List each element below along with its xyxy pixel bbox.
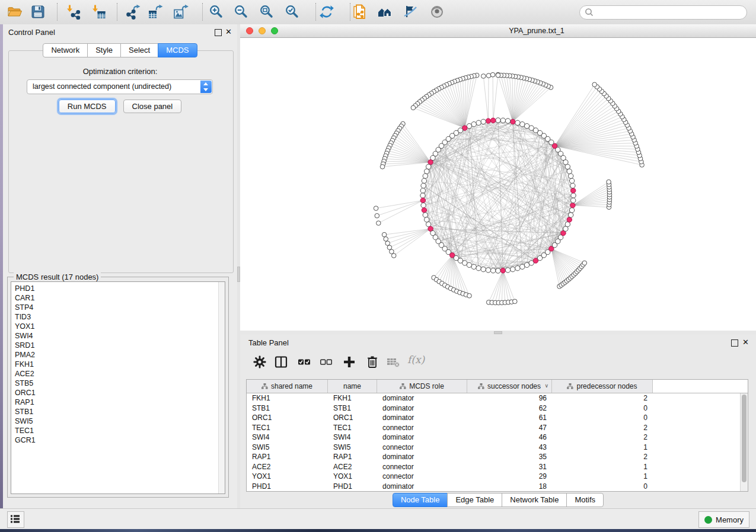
table-row[interactable]: SWI5SWI5connector431 [247, 443, 741, 453]
mcds-node[interactable] [571, 188, 576, 193]
mcds-result-item[interactable]: PHD1 [11, 284, 225, 293]
zoom-out-icon[interactable] [234, 4, 249, 20]
mcds-result-item[interactable]: SWI5 [11, 416, 225, 426]
sort-indicator-icon[interactable]: ∨ [544, 383, 548, 389]
save-session-icon[interactable] [30, 4, 46, 20]
search-input[interactable] [595, 8, 747, 17]
mcds-node[interactable] [511, 119, 515, 124]
mcds-result-item[interactable]: CAR1 [11, 293, 225, 303]
add-column-icon[interactable] [342, 355, 356, 369]
column-header-MCDS-role[interactable]: MCDS role [377, 380, 467, 393]
network-node[interactable] [471, 264, 476, 269]
toggle-graphics-details-icon[interactable] [403, 4, 418, 20]
zoom-fit-icon[interactable] [259, 4, 275, 20]
network-node[interactable] [425, 169, 429, 174]
network-node[interactable] [570, 183, 575, 188]
network-node[interactable] [569, 178, 574, 183]
mcds-result-item[interactable]: STP4 [11, 303, 225, 312]
network-node[interactable] [486, 268, 490, 273]
leaf-node[interactable] [380, 165, 385, 169]
mcds-result-item[interactable]: ORC1 [11, 388, 225, 398]
task-history-button[interactable] [7, 511, 24, 528]
table-row[interactable]: RAP1RAP1dominator352 [247, 452, 741, 462]
mcds-list-scrollbar[interactable] [218, 282, 225, 493]
zoom-in-icon[interactable] [209, 4, 224, 20]
network-node[interactable] [520, 264, 525, 269]
search-field[interactable] [579, 5, 747, 20]
close-panel-button[interactable]: Close panel [123, 100, 182, 113]
column-header-shared-name[interactable]: shared name [247, 380, 328, 393]
leaf-node[interactable] [374, 206, 378, 211]
select-all-icon[interactable] [297, 355, 311, 369]
network-node[interactable] [467, 262, 471, 267]
network-node[interactable] [571, 193, 576, 198]
network-node[interactable] [500, 118, 505, 123]
unselect-all-icon[interactable] [319, 355, 333, 369]
network-node[interactable] [420, 188, 425, 193]
table-row[interactable]: FKH1FKH1dominator962 [247, 393, 741, 403]
mcds-result-item[interactable]: TID3 [11, 312, 225, 322]
close-panel-icon[interactable]: ✕ [742, 338, 749, 347]
tab-network-table[interactable]: Network Table [502, 493, 567, 507]
leaf-node[interactable] [582, 261, 587, 265]
network-node[interactable] [420, 193, 425, 198]
network-node[interactable] [567, 169, 572, 174]
mcds-result-item[interactable]: ACE2 [11, 369, 225, 379]
leaf-node[interactable] [592, 82, 597, 87]
tab-select[interactable]: Select [120, 43, 158, 57]
mcds-result-item[interactable]: SRD1 [11, 341, 225, 350]
network-node[interactable] [476, 120, 481, 125]
open-session-icon[interactable] [7, 4, 23, 20]
leaf-node[interactable] [411, 105, 416, 110]
tab-mcds[interactable]: MCDS [158, 43, 197, 57]
leaf-node[interactable] [382, 232, 387, 237]
export-network-icon[interactable] [126, 4, 141, 20]
network-node[interactable] [496, 118, 500, 123]
leaf-node[interactable] [384, 237, 388, 242]
network-node[interactable] [571, 198, 576, 203]
columns-icon[interactable] [274, 355, 288, 369]
network-node[interactable] [422, 178, 426, 183]
birds-eye-view-icon[interactable] [429, 4, 445, 20]
tab-edge-table[interactable]: Edge Table [447, 493, 502, 507]
close-panel-icon[interactable]: ✕ [225, 27, 232, 37]
network-node[interactable] [515, 120, 520, 125]
mcds-result-item[interactable]: FKH1 [11, 360, 225, 369]
table-row[interactable]: ACE2ACE2connector311 [247, 462, 741, 472]
network-node[interactable] [423, 174, 428, 178]
network-graph[interactable] [240, 38, 756, 331]
network-node[interactable] [421, 183, 426, 188]
mcds-node[interactable] [422, 208, 426, 213]
zoom-selected-icon[interactable] [285, 4, 300, 20]
mcds-result-item[interactable]: YOX1 [11, 322, 225, 331]
tab-network[interactable]: Network [43, 43, 88, 57]
export-image-icon[interactable] [173, 4, 189, 20]
table-row[interactable]: ORC1ORC1dominator610 [247, 413, 741, 423]
leaf-node[interactable] [385, 241, 390, 246]
leaf-node[interactable] [496, 73, 500, 78]
network-node[interactable] [423, 213, 428, 217]
table-row[interactable]: TEC1TEC1connector472 [247, 423, 741, 433]
network-canvas[interactable] [240, 38, 756, 331]
network-node[interactable] [476, 266, 481, 271]
mcds-node[interactable] [420, 198, 425, 203]
mcds-result-item[interactable]: STB1 [11, 407, 225, 416]
leaf-node[interactable] [387, 245, 392, 250]
horizontal-splitter[interactable] [240, 331, 756, 335]
mcds-node[interactable] [567, 217, 572, 222]
optimization-criterion-select[interactable]: largest connected component (undirected) [27, 79, 213, 94]
leaf-node[interactable] [490, 72, 495, 77]
export-table-icon[interactable] [148, 4, 163, 20]
delete-column-icon[interactable] [365, 355, 379, 369]
leaf-node[interactable] [607, 180, 611, 184]
import-table-icon[interactable] [91, 4, 106, 20]
mcds-result-item[interactable]: PMA2 [11, 350, 225, 360]
network-frame-titlebar[interactable]: YPA_prune.txt_1 [240, 24, 756, 38]
network-node[interactable] [520, 122, 525, 127]
network-file-icon[interactable] [352, 4, 368, 20]
leaf-node[interactable] [377, 221, 381, 226]
memory-button[interactable]: Memory [698, 511, 749, 528]
tab-motifs[interactable]: Motifs [566, 493, 604, 507]
network-node[interactable] [496, 268, 500, 273]
network-node[interactable] [505, 118, 510, 123]
